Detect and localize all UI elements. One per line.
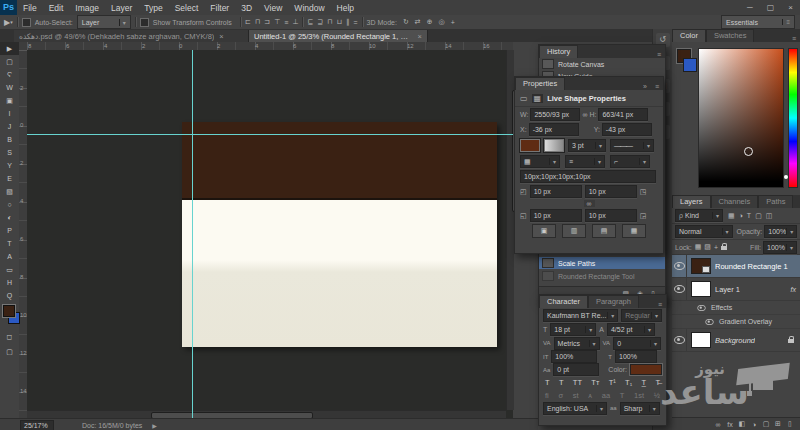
menu-layer[interactable]: Layer (105, 3, 138, 13)
hue-slider[interactable] (788, 48, 798, 188)
3d-roll-icon[interactable]: ⇄ (415, 18, 421, 26)
healing-tool[interactable]: J (1, 120, 18, 133)
menu-window[interactable]: Window (288, 3, 330, 13)
3d-slide-icon[interactable]: ◎ (439, 18, 445, 26)
layer-thumbnail[interactable] (691, 281, 711, 297)
path-operation-button[interactable]: ▣ (532, 224, 556, 238)
stroke-width-field[interactable]: 3 pt▾ (568, 139, 606, 152)
visibility-eye-icon[interactable] (674, 285, 685, 293)
layer-group-icon[interactable]: ▢ (760, 420, 772, 428)
brush-tool[interactable]: B (1, 133, 18, 146)
dodge-tool[interactable]: ◐ (1, 211, 18, 224)
type-style-button[interactable]: T̲ (641, 378, 646, 387)
minimize-button[interactable]: ─ (740, 3, 760, 12)
tab-channels[interactable]: Channels (711, 195, 759, 208)
tab-swatches[interactable]: Swatches (706, 29, 755, 42)
tab-character[interactable]: Character (539, 295, 588, 308)
status-options-arrow-icon[interactable]: ▶ (152, 422, 157, 429)
panel-collapse-icon[interactable]: » (639, 83, 651, 90)
opentype-button[interactable]: st (573, 391, 579, 400)
type-tool[interactable]: T (1, 237, 18, 250)
filter-type-icon[interactable]: ◑ (739, 212, 743, 219)
fill-color-swatch[interactable] (520, 139, 540, 152)
saturation-brightness-picker[interactable] (698, 48, 784, 188)
tab-close-icon[interactable]: × (418, 32, 422, 41)
menu-help[interactable]: Help (331, 3, 360, 13)
height-field[interactable]: 663/41 px (598, 108, 648, 121)
language-dropdown[interactable]: English: USA▾ (543, 402, 607, 415)
x-field[interactable]: -36 px (529, 123, 579, 136)
vertical-scrollbar[interactable] (506, 50, 514, 410)
panel-menu-icon[interactable]: ≡ (654, 301, 666, 308)
move-tool[interactable]: ▶ (0, 42, 19, 55)
opacity-field[interactable]: 100%▾ (764, 225, 797, 238)
layer-mask-icon[interactable]: ◧ (736, 420, 748, 428)
align-bottom-icon[interactable]: ⊥ (292, 18, 298, 26)
history-step[interactable]: Rotate Canvas (539, 58, 665, 70)
shape-tool[interactable]: ▭ (1, 263, 18, 276)
path-operation-button[interactable]: ▦ (622, 224, 646, 238)
adjustment-layer-icon[interactable]: ◑ (748, 421, 760, 428)
gradient-overlay-row[interactable]: Gradient Overlay (672, 315, 800, 329)
visibility-eye-icon[interactable] (697, 305, 705, 311)
type-style-button[interactable]: T (545, 378, 550, 387)
visibility-eye-icon[interactable] (674, 336, 685, 344)
fill-field[interactable]: 100%▾ (763, 241, 797, 254)
path-select-tool[interactable]: A (1, 250, 18, 263)
filter-type-icon[interactable]: ▦ (728, 212, 735, 220)
vertical-scale-field[interactable]: 100% (551, 350, 597, 363)
type-style-button[interactable]: Tт (591, 378, 599, 387)
lock-option-icon[interactable]: ▦ (695, 243, 702, 251)
link-dimensions-icon[interactable]: ∞ (582, 111, 587, 118)
type-style-button[interactable]: T̶ (655, 378, 660, 387)
canvas-area[interactable] (27, 50, 513, 418)
opentype-button[interactable]: fi (545, 391, 549, 400)
marquee-tool[interactable]: ▢ (1, 55, 18, 68)
stroke-option-dropdown[interactable]: ⌐▾ (610, 155, 650, 168)
3d-rotate-icon[interactable]: ↻ (403, 18, 409, 26)
zoom-tool[interactable]: Q (1, 289, 18, 302)
lock-option-icon[interactable]: ▨ (704, 243, 711, 251)
visibility-eye-icon[interactable] (674, 262, 685, 270)
background-layer-area[interactable] (182, 200, 497, 347)
type-style-button[interactable]: T (559, 378, 564, 387)
tab-history[interactable]: History (539, 45, 578, 58)
foreground-color-swatch[interactable] (3, 305, 15, 317)
layer-row-rounded-rectangle[interactable]: Rounded Rectangle 1 (672, 255, 800, 278)
document-canvas[interactable] (182, 122, 497, 347)
layer-thumbnail[interactable] (691, 258, 711, 274)
align-hcenter-icon[interactable]: ⊓ (255, 18, 260, 26)
gradient-tool[interactable]: ▧ (1, 185, 18, 198)
radius-bl-field[interactable]: 10 px (530, 209, 582, 222)
panel-menu-icon[interactable]: ≡ (651, 83, 663, 90)
align-left-icon[interactable]: ⊏ (245, 18, 251, 26)
tracking-field[interactable]: 0▾ (613, 337, 661, 350)
text-color-swatch[interactable] (630, 364, 662, 375)
screen-mode-button[interactable]: ▢ (1, 345, 18, 358)
auto-select-checkbox[interactable] (22, 18, 31, 27)
link-layers-icon[interactable]: ∞ (712, 421, 724, 428)
zoom-level-field[interactable]: 25/17% (20, 420, 54, 430)
stroke-option-dropdown[interactable]: ▦▾ (520, 155, 560, 168)
opentype-button[interactable]: aa (602, 391, 610, 400)
type-style-button[interactable]: T¹ (609, 378, 616, 387)
type-style-button[interactable]: TT (573, 378, 582, 387)
menu-file[interactable]: File (17, 3, 43, 13)
distribute-vcenter-icon[interactable]: ⊒ (317, 18, 323, 26)
layer-row-background[interactable]: Background (672, 329, 800, 352)
menu-view[interactable]: View (258, 3, 288, 13)
align-vcenter-icon[interactable]: ≡ (284, 19, 288, 26)
lock-option-icon[interactable]: + (714, 244, 718, 251)
color-background-swatch[interactable] (683, 58, 697, 72)
horizontal-scale-field[interactable]: 100% (615, 350, 657, 363)
tab-paths[interactable]: Paths (758, 195, 793, 208)
masks-props-icon[interactable]: ▦ (532, 94, 544, 103)
baseline-shift-field[interactable]: 0 pt (553, 363, 599, 376)
corner-radius-summary-field[interactable]: 10px;10px;10px;10px (520, 170, 656, 183)
distribute-left-icon[interactable]: ⊔ (337, 18, 342, 26)
layer-filter-kind-dropdown[interactable]: ρ Kind▾ (675, 209, 723, 222)
lock-all-icon[interactable] (721, 246, 727, 250)
radius-tl-field[interactable]: 10 px (530, 185, 582, 198)
tab-close-icon[interactable]: × (219, 32, 223, 41)
opentype-button[interactable]: ½ (654, 391, 660, 400)
